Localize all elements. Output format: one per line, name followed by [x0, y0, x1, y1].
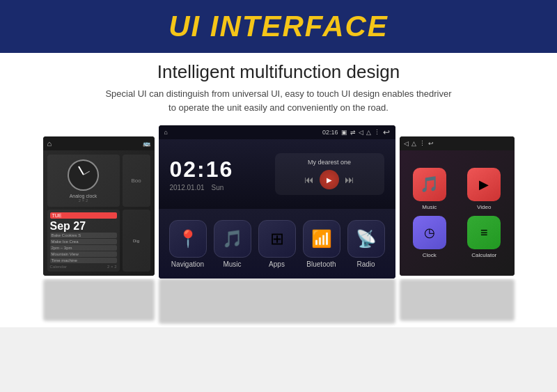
app-video-label: Video: [477, 204, 491, 210]
right-up-icon: △: [411, 140, 416, 147]
vol-icon: ◁: [359, 129, 363, 136]
app-video-icon: ▶: [467, 168, 501, 201]
app-item-clock[interactable]: ◷ Clock: [405, 216, 455, 258]
right-screen-content: 🎵 Music ▶ Video ◷ Clock ≡ Calculator: [400, 150, 515, 276]
apps-icon: ⊞: [258, 220, 296, 258]
app-grid: 🎵 Music ▶ Video ◷ Clock ≡ Calculator: [405, 168, 509, 258]
header-banner: UI INTERFACE: [0, 0, 557, 53]
cal-date: Sep 27: [50, 220, 117, 233]
clock-label: Analog clock: [70, 194, 97, 198]
center-status-bar: ⌂ 02:16 ▣ ⇌ ◁ △ ⋮ ↩: [159, 125, 395, 139]
nav-item-music[interactable]: 🎵 Music: [214, 220, 251, 268]
ref-right: [400, 279, 515, 321]
right-vol-icon: ◁: [404, 140, 409, 147]
cal-event-2: Make Ice Crea: [50, 239, 117, 244]
cal-event-3: 2pm – 3pm: [50, 245, 117, 251]
ref-center: [159, 279, 395, 324]
book-label: Boo: [131, 178, 141, 184]
bluetooth-label: Bluetooth: [306, 260, 336, 268]
center-screen: ⌂ 02:16 ▣ ⇌ ◁ △ ⋮ ↩ 02:16 2012.01.01 Sun: [159, 125, 395, 279]
app-music-icon: 🎵: [413, 168, 446, 201]
cal-header: TUE: [50, 212, 117, 219]
date-value: 2012.01.01: [170, 184, 205, 191]
app-music-label: Music: [422, 204, 437, 210]
radio-label: Radio: [356, 260, 375, 268]
header-title-part2: ACE: [322, 10, 389, 42]
cal-event-1: Bake Cookies S: [50, 233, 117, 238]
back-icon: ↩: [383, 127, 390, 137]
music-icon: 🎵: [214, 220, 251, 258]
reflection-screens: [0, 279, 557, 324]
center-top: 02:16 2012.01.01 Sun My dearest one ⏮ ▶ …: [159, 139, 395, 209]
main-title: Intelligent multifunction design: [21, 61, 536, 83]
signal-icon: ▣: [341, 129, 347, 136]
right-status-icons: ◁ △ ⋮ ↩: [404, 140, 434, 147]
time-display: 02:16 2012.01.01 Sun: [170, 157, 268, 191]
nav-item-bluetooth[interactable]: 📶 Bluetooth: [303, 220, 340, 268]
app-clock-icon: ◷: [413, 216, 446, 249]
navigation-label: Navigation: [171, 260, 204, 268]
right-status-bar: ◁ △ ⋮ ↩: [400, 136, 515, 150]
up-icon: △: [366, 129, 371, 136]
big-time: 02:16: [170, 157, 268, 182]
nav-icons-row: 📍 Navigation 🎵 Music ⊞ Apps 📶 Bluetooth …: [159, 209, 395, 279]
apps-label: Apps: [269, 260, 285, 268]
radio-icon: 📡: [347, 220, 385, 258]
clock-size: 2 × 2: [79, 198, 88, 203]
center-status-left: ⌂: [164, 129, 168, 136]
book-widget: Boo: [123, 155, 150, 207]
music-label: Music: [223, 260, 241, 268]
left-screen-content: Analog clock 2 × 2 Boo TUE Sep 27 Bake C…: [43, 150, 155, 276]
cal-event-5: Time machine: [50, 258, 117, 263]
clock-face: [68, 159, 99, 191]
day-value: Sun: [212, 184, 224, 191]
app-item-music[interactable]: 🎵 Music: [405, 168, 455, 210]
calendar-widget: TUE Sep 27 Bake Cookies S Make Ice Crea …: [47, 210, 120, 272]
app-item-calculator[interactable]: ≡ Calculator: [460, 216, 509, 258]
music-player: My dearest one ⏮ ▶ ⏭: [275, 153, 384, 195]
next-button[interactable]: ⏭: [345, 174, 354, 185]
ref-left: [43, 279, 155, 321]
cal-event-4: Mountain View: [50, 251, 117, 257]
home-icon: ⌂: [47, 139, 52, 148]
app-calc-label: Calculator: [471, 252, 496, 258]
cal-label: Calendar: [50, 265, 67, 269]
prev-button[interactable]: ⏮: [304, 174, 314, 185]
cal-footer: Calendar 2 × 2: [50, 265, 117, 269]
center-status-right: 02:16 ▣ ⇌ ◁ △ ⋮ ↩: [322, 127, 390, 137]
left-status-bar: ⌂ 🚌: [43, 136, 155, 150]
settings-icon: ⋮: [374, 129, 380, 136]
nav-item-radio[interactable]: 📡 Radio: [347, 220, 385, 268]
right-back-icon: ↩: [428, 140, 434, 147]
bus-icon: 🚌: [143, 140, 150, 147]
app-calc-icon: ≡: [467, 216, 501, 249]
usb-icon: ⇌: [350, 129, 356, 136]
header-title-part1: UI INTERF: [168, 10, 322, 42]
navigation-icon: 📍: [169, 220, 207, 258]
home-icon-center: ⌂: [164, 129, 168, 136]
play-button[interactable]: ▶: [320, 170, 339, 189]
left-screen: ⌂ 🚌 Analog clock 2 × 2 Boo TUE Sep 27: [43, 136, 155, 276]
right-dots-icon: ⋮: [419, 140, 425, 147]
screens-container: ⌂ 🚌 Analog clock 2 × 2 Boo TUE Sep 27: [0, 120, 557, 279]
date-display: 2012.01.01 Sun: [170, 184, 268, 191]
center-time: 02:16: [322, 129, 338, 136]
cal-size: 2 × 2: [107, 265, 117, 269]
bottom-area: [0, 279, 557, 327]
bluetooth-icon: 📶: [303, 220, 340, 258]
subtitle-section: Intelligent multifunction design Special…: [0, 53, 557, 120]
header-title: UI INTERFACE: [0, 10, 557, 43]
app-item-video[interactable]: ▶ Video: [460, 168, 509, 210]
dig-widget: Dig: [123, 210, 150, 272]
app-clock-label: Clock: [423, 252, 437, 258]
widget-row-top: Analog clock 2 × 2 Boo: [47, 155, 150, 207]
nav-item-navigation[interactable]: 📍 Navigation: [169, 220, 207, 268]
player-controls[interactable]: ⏮ ▶ ⏭: [304, 170, 354, 189]
nav-item-apps[interactable]: ⊞ Apps: [258, 220, 296, 268]
description: Special UI can distinguish from universa…: [21, 87, 536, 114]
right-screen: ◁ △ ⋮ ↩ 🎵 Music ▶ Video ◷ Clock: [400, 136, 515, 276]
clock-widget: Analog clock 2 × 2: [47, 155, 120, 207]
song-title: My dearest one: [308, 159, 351, 166]
widget-row-bottom: TUE Sep 27 Bake Cookies S Make Ice Crea …: [47, 210, 150, 272]
dig-label: Dig: [133, 239, 139, 243]
